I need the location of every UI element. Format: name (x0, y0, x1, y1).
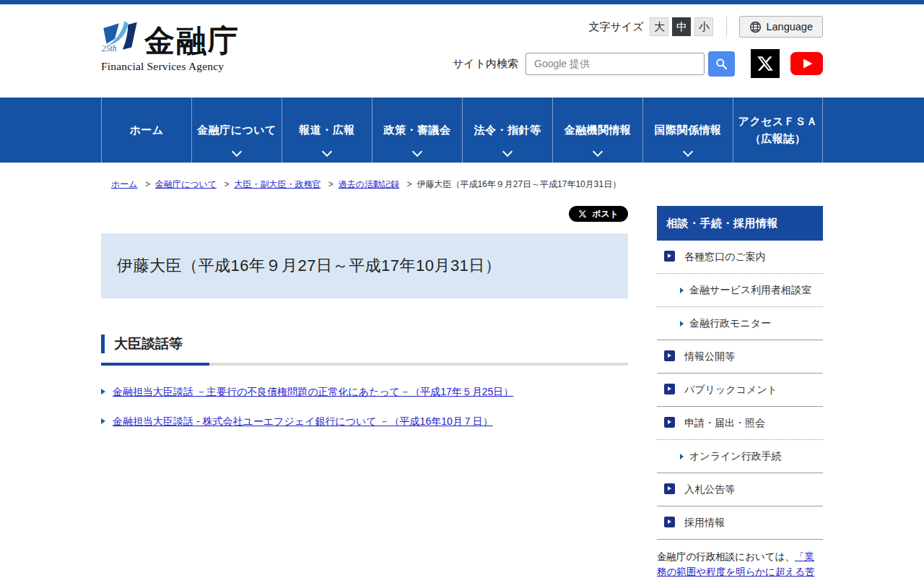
sidebar-menu-link[interactable]: 情報公開等 (684, 350, 735, 362)
arrow-square-icon (664, 251, 675, 262)
sidebar-menu-link[interactable]: 金融行政モニター (689, 317, 771, 329)
breadcrumb-separator: > (145, 179, 150, 189)
chevron-down-icon (682, 148, 694, 157)
section-divider (101, 363, 628, 366)
x-logo-icon (751, 68, 780, 80)
content-area: ポスト 伊藤大臣（平成16年９月27日～平成17年10月31日） 大臣談話等 金… (101, 191, 823, 578)
section-title: 大臣談話等 (114, 335, 628, 353)
breadcrumb-item: >過去の活動記録 (323, 179, 402, 189)
breadcrumb-link[interactable]: 過去の活動記録 (339, 179, 399, 189)
chevron-down-icon (411, 148, 423, 157)
sidebar-menu-link[interactable]: 金融サービス利用者相談室 (689, 284, 811, 296)
sidebar-menu-link[interactable]: パブリックコメント (684, 384, 777, 395)
sidebar-note: 金融庁の行政相談においては、「業務の範囲や程度を明らかに超える苦情相談」への対応… (657, 550, 823, 578)
site-header: 25th 金融庁 Financial Services Agency 文字サイズ… (0, 4, 924, 98)
arrow-square-icon (664, 517, 675, 527)
nav-item[interactable]: 国際関係情報 (642, 98, 733, 163)
x-logo-icon (578, 210, 587, 218)
nav-item-label: 報道・広報 (299, 121, 355, 139)
sidebar-menu-item[interactable]: パブリックコメント (657, 374, 823, 407)
fsa-logo[interactable]: 25th 金融庁 Financial Services Agency (101, 16, 253, 77)
sidebar-menu-item[interactable]: 金融サービス利用者相談室 (657, 274, 823, 307)
sidebar-menu-item[interactable]: 入札公告等 (657, 473, 823, 506)
arrow-triangle-icon (680, 321, 684, 327)
document-link[interactable]: 金融担当大臣談話 - 株式会社ユーエフジェイ銀行について －（平成16年10月７… (113, 415, 493, 427)
font-size-button[interactable]: 小 (694, 17, 713, 36)
page-title-box: 伊藤大臣（平成16年９月27日～平成17年10月31日） (101, 233, 628, 298)
breadcrumb-item: >金融庁について (140, 179, 219, 189)
sidebar-menu-item[interactable]: 採用情報 (657, 506, 823, 540)
arrow-square-icon (664, 417, 675, 428)
sidebar-menu-link[interactable]: 各種窓口のご案内 (684, 251, 766, 262)
breadcrumb-item: >大臣・副大臣・政務官 (219, 179, 323, 189)
arrow-square-icon (664, 483, 675, 494)
chevron-down-icon (321, 148, 333, 157)
sidebar-menu-item[interactable]: 各種窓口のご案内 (657, 241, 823, 274)
search-button[interactable] (708, 51, 735, 77)
sidebar-menu-link[interactable]: 入札公告等 (684, 483, 735, 495)
breadcrumb-item: ホーム (101, 179, 140, 189)
nav-item-label: 政策・審議会 (384, 121, 451, 139)
arrow-triangle-icon (680, 288, 684, 293)
x-post-button[interactable]: ポスト (569, 206, 628, 222)
sidebar-menu-item[interactable]: 情報公開等 (657, 340, 823, 374)
youtube-icon (790, 65, 823, 77)
breadcrumb-link[interactable]: 大臣・副大臣・政務官 (234, 179, 321, 189)
vertical-divider (726, 17, 727, 37)
sidebar: 相談・手続・採用情報 各種窓口のご案内 金融サービス利用者相談室 (657, 191, 823, 578)
nav-item[interactable]: 政策・審議会 (372, 98, 462, 163)
header-utility-row: 文字サイズ 大 中 小 Languag (588, 16, 823, 38)
breadcrumb-separator: > (406, 179, 411, 189)
nav-item[interactable]: 金融庁について (191, 98, 282, 163)
site-search-input[interactable] (526, 53, 705, 75)
search-icon (715, 58, 728, 70)
font-size-buttons: 大 中 小 (650, 17, 713, 36)
arrow-square-icon (664, 384, 675, 394)
breadcrumb-separator: > (328, 179, 334, 189)
global-navigation: ホーム 金融庁について 報道・広報 政策・審議会 法令・指針等 (0, 98, 924, 163)
document-link[interactable]: 金融担当大臣談話 －主要行の不良債権問題の正常化にあたって－（平成17年５月25… (113, 386, 513, 397)
breadcrumb-separator: > (224, 179, 229, 189)
logo-title: 金融庁 (144, 16, 253, 58)
sidebar-note-prefix: 金融庁の行政相談においては、 (657, 551, 795, 562)
sidebar-menu: 各種窓口のご案内 金融サービス利用者相談室 金融行政モニター (657, 241, 823, 540)
site-search-label: サイト内検索 (453, 57, 518, 71)
language-button[interactable]: Language (739, 16, 823, 38)
sidebar-menu-item[interactable]: 申請・届出・照会 (657, 407, 823, 440)
sidebar-menu-link[interactable]: 採用情報 (684, 517, 725, 528)
header-search-row: サイト内検索 (453, 49, 823, 78)
nav-item[interactable]: 報道・広報 (282, 98, 372, 163)
nav-item-label: 国際関係情報 (655, 121, 722, 139)
globe-icon (749, 21, 762, 33)
nav-item-label: 金融庁について (197, 121, 276, 139)
breadcrumb-item: >伊藤大臣（平成16年９月27日～平成17年10月31日） (401, 179, 621, 189)
sidebar-menu-link[interactable]: オンライン行政手続 (689, 450, 782, 462)
sidebar-title: 相談・手続・採用情報 (657, 206, 823, 241)
youtube-link[interactable] (790, 52, 823, 75)
arrow-square-icon (664, 350, 675, 361)
document-link-list: 金融担当大臣談話 －主要行の不良債権問題の正常化にあたって－（平成17年５月25… (101, 385, 628, 428)
section-heading: 大臣談話等 (101, 335, 628, 353)
x-social-link[interactable] (751, 49, 780, 78)
nav-item-label: 金融機関情報 (565, 121, 632, 139)
fsa-logo-emblem: 25th (101, 17, 143, 62)
breadcrumb-link[interactable]: 金融庁について (155, 179, 217, 189)
svg-text:25th: 25th (102, 44, 117, 53)
chevron-down-icon (592, 148, 603, 157)
font-size-label: 文字サイズ (588, 20, 643, 34)
nav-item[interactable]: アクセスＦＳＡ （広報誌） (733, 98, 823, 163)
sidebar-menu-link[interactable]: 申請・届出・照会 (684, 417, 765, 428)
nav-item-label: ホーム (129, 121, 163, 139)
sidebar-menu-item[interactable]: オンライン行政手続 (657, 440, 823, 473)
nav-item-label: アクセスＦＳＡ （広報誌） (738, 113, 818, 147)
chevron-down-icon (502, 148, 513, 157)
font-size-button[interactable]: 中 (672, 17, 691, 36)
breadcrumb-link[interactable]: ホーム (111, 179, 138, 189)
nav-item[interactable]: 法令・指針等 (462, 98, 552, 163)
font-size-button[interactable]: 大 (650, 17, 668, 36)
nav-item[interactable]: ホーム (101, 98, 191, 163)
arrow-triangle-icon (680, 454, 684, 460)
language-button-label: Language (766, 21, 813, 33)
nav-item[interactable]: 金融機関情報 (552, 98, 642, 163)
sidebar-menu-item[interactable]: 金融行政モニター (657, 307, 823, 340)
